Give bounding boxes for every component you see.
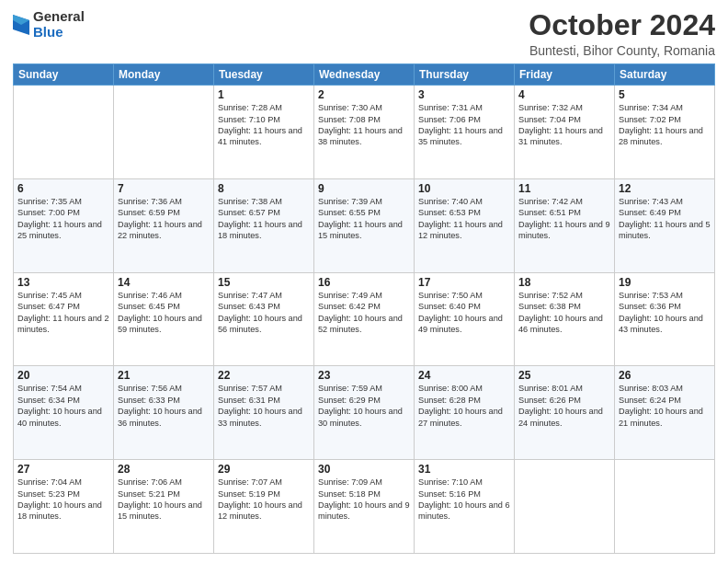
day-cell: 2Sunrise: 7:30 AM Sunset: 7:08 PM Daylig… xyxy=(314,86,415,179)
day-info: Sunrise: 7:45 AM Sunset: 6:47 PM Dayligh… xyxy=(17,290,109,336)
day-number: 24 xyxy=(418,369,510,382)
day-number: 20 xyxy=(17,369,109,382)
day-info: Sunrise: 7:47 AM Sunset: 6:43 PM Dayligh… xyxy=(218,290,310,336)
day-cell xyxy=(615,460,715,554)
day-number: 6 xyxy=(17,182,109,195)
day-cell: 15Sunrise: 7:47 AM Sunset: 6:43 PM Dayli… xyxy=(214,272,314,366)
col-header-friday: Friday xyxy=(515,64,615,86)
day-cell: 27Sunrise: 7:04 AM Sunset: 5:23 PM Dayli… xyxy=(14,460,114,554)
day-info: Sunrise: 8:01 AM Sunset: 6:26 PM Dayligh… xyxy=(518,383,610,429)
day-cell xyxy=(515,460,615,554)
col-header-thursday: Thursday xyxy=(415,64,515,86)
subtitle: Buntesti, Bihor County, Romania xyxy=(529,43,715,58)
day-cell: 11Sunrise: 7:42 AM Sunset: 6:51 PM Dayli… xyxy=(515,178,615,272)
header-row: SundayMondayTuesdayWednesdayThursdayFrid… xyxy=(14,64,715,86)
day-cell: 18Sunrise: 7:52 AM Sunset: 6:38 PM Dayli… xyxy=(515,272,615,366)
day-info: Sunrise: 7:36 AM Sunset: 6:59 PM Dayligh… xyxy=(118,196,210,242)
day-cell: 31Sunrise: 7:10 AM Sunset: 5:16 PM Dayli… xyxy=(415,460,515,554)
day-cell: 25Sunrise: 8:01 AM Sunset: 6:26 PM Dayli… xyxy=(515,366,615,460)
day-number: 27 xyxy=(17,463,109,476)
day-number: 13 xyxy=(17,276,109,289)
day-number: 21 xyxy=(118,369,210,382)
day-info: Sunrise: 7:52 AM Sunset: 6:38 PM Dayligh… xyxy=(518,290,610,336)
day-number: 29 xyxy=(218,463,310,476)
day-cell: 6Sunrise: 7:35 AM Sunset: 7:00 PM Daylig… xyxy=(14,178,114,272)
week-row-3: 13Sunrise: 7:45 AM Sunset: 6:47 PM Dayli… xyxy=(14,272,715,366)
day-info: Sunrise: 7:43 AM Sunset: 6:49 PM Dayligh… xyxy=(619,196,711,242)
day-number: 16 xyxy=(318,276,410,289)
week-row-4: 20Sunrise: 7:54 AM Sunset: 6:34 PM Dayli… xyxy=(14,366,715,460)
logo-blue-text: Blue xyxy=(33,25,85,40)
day-info: Sunrise: 7:04 AM Sunset: 5:23 PM Dayligh… xyxy=(17,477,109,523)
day-info: Sunrise: 7:54 AM Sunset: 6:34 PM Dayligh… xyxy=(17,383,109,429)
col-header-saturday: Saturday xyxy=(615,64,715,86)
day-number: 4 xyxy=(518,88,610,101)
day-number: 14 xyxy=(118,276,210,289)
day-number: 30 xyxy=(318,463,410,476)
day-cell: 16Sunrise: 7:49 AM Sunset: 6:42 PM Dayli… xyxy=(314,272,415,366)
day-cell: 13Sunrise: 7:45 AM Sunset: 6:47 PM Dayli… xyxy=(14,272,114,366)
page: General Blue October 2024 Buntesti, Biho… xyxy=(0,0,728,563)
day-info: Sunrise: 7:35 AM Sunset: 7:00 PM Dayligh… xyxy=(17,196,109,242)
logo: General Blue xyxy=(13,9,85,40)
day-cell: 17Sunrise: 7:50 AM Sunset: 6:40 PM Dayli… xyxy=(415,272,515,366)
day-number: 28 xyxy=(118,463,210,476)
day-cell: 1Sunrise: 7:28 AM Sunset: 7:10 PM Daylig… xyxy=(214,86,314,179)
calendar: SundayMondayTuesdayWednesdayThursdayFrid… xyxy=(13,63,715,554)
day-number: 23 xyxy=(318,369,410,382)
day-info: Sunrise: 8:03 AM Sunset: 6:24 PM Dayligh… xyxy=(619,383,711,429)
title-block: October 2024 Buntesti, Bihor County, Rom… xyxy=(529,9,715,58)
day-info: Sunrise: 7:09 AM Sunset: 5:18 PM Dayligh… xyxy=(318,477,410,523)
logo-general-text: General xyxy=(33,9,85,25)
day-info: Sunrise: 7:07 AM Sunset: 5:19 PM Dayligh… xyxy=(218,477,310,523)
day-number: 26 xyxy=(619,369,711,382)
day-cell: 24Sunrise: 8:00 AM Sunset: 6:28 PM Dayli… xyxy=(415,366,515,460)
day-number: 25 xyxy=(518,369,610,382)
day-cell: 3Sunrise: 7:31 AM Sunset: 7:06 PM Daylig… xyxy=(415,86,515,179)
day-cell: 28Sunrise: 7:06 AM Sunset: 5:21 PM Dayli… xyxy=(114,460,214,554)
day-info: Sunrise: 7:53 AM Sunset: 6:36 PM Dayligh… xyxy=(619,290,711,336)
day-cell: 30Sunrise: 7:09 AM Sunset: 5:18 PM Dayli… xyxy=(314,460,415,554)
day-cell: 8Sunrise: 7:38 AM Sunset: 6:57 PM Daylig… xyxy=(214,178,314,272)
day-info: Sunrise: 7:10 AM Sunset: 5:16 PM Dayligh… xyxy=(418,477,510,523)
day-cell: 5Sunrise: 7:34 AM Sunset: 7:02 PM Daylig… xyxy=(615,86,715,179)
day-number: 19 xyxy=(619,276,711,289)
col-header-monday: Monday xyxy=(114,64,214,86)
day-info: Sunrise: 7:42 AM Sunset: 6:51 PM Dayligh… xyxy=(518,196,610,242)
day-info: Sunrise: 7:40 AM Sunset: 6:53 PM Dayligh… xyxy=(418,196,510,242)
header: General Blue October 2024 Buntesti, Biho… xyxy=(13,9,715,58)
day-number: 10 xyxy=(418,182,510,195)
day-info: Sunrise: 7:57 AM Sunset: 6:31 PM Dayligh… xyxy=(218,383,310,429)
col-header-tuesday: Tuesday xyxy=(214,64,314,86)
day-cell: 12Sunrise: 7:43 AM Sunset: 6:49 PM Dayli… xyxy=(615,178,715,272)
day-info: Sunrise: 7:49 AM Sunset: 6:42 PM Dayligh… xyxy=(318,290,410,336)
week-row-5: 27Sunrise: 7:04 AM Sunset: 5:23 PM Dayli… xyxy=(14,460,715,554)
day-info: Sunrise: 8:00 AM Sunset: 6:28 PM Dayligh… xyxy=(418,383,510,429)
day-number: 22 xyxy=(218,369,310,382)
day-info: Sunrise: 7:59 AM Sunset: 6:29 PM Dayligh… xyxy=(318,383,410,429)
day-info: Sunrise: 7:30 AM Sunset: 7:08 PM Dayligh… xyxy=(318,102,410,148)
logo-text: General Blue xyxy=(33,9,85,40)
day-info: Sunrise: 7:39 AM Sunset: 6:55 PM Dayligh… xyxy=(318,196,410,242)
day-number: 1 xyxy=(218,88,310,101)
day-number: 18 xyxy=(518,276,610,289)
day-cell: 22Sunrise: 7:57 AM Sunset: 6:31 PM Dayli… xyxy=(214,366,314,460)
day-cell: 14Sunrise: 7:46 AM Sunset: 6:45 PM Dayli… xyxy=(114,272,214,366)
day-cell: 26Sunrise: 8:03 AM Sunset: 6:24 PM Dayli… xyxy=(615,366,715,460)
day-number: 7 xyxy=(118,182,210,195)
day-number: 31 xyxy=(418,463,510,476)
day-number: 3 xyxy=(418,88,510,101)
day-info: Sunrise: 7:34 AM Sunset: 7:02 PM Dayligh… xyxy=(619,102,711,148)
week-row-1: 1Sunrise: 7:28 AM Sunset: 7:10 PM Daylig… xyxy=(14,86,715,179)
day-number: 17 xyxy=(418,276,510,289)
day-cell: 10Sunrise: 7:40 AM Sunset: 6:53 PM Dayli… xyxy=(415,178,515,272)
day-info: Sunrise: 7:38 AM Sunset: 6:57 PM Dayligh… xyxy=(218,196,310,242)
day-number: 5 xyxy=(619,88,711,101)
day-cell: 19Sunrise: 7:53 AM Sunset: 6:36 PM Dayli… xyxy=(615,272,715,366)
day-number: 11 xyxy=(518,182,610,195)
day-number: 8 xyxy=(218,182,310,195)
day-info: Sunrise: 7:50 AM Sunset: 6:40 PM Dayligh… xyxy=(418,290,510,336)
day-info: Sunrise: 7:06 AM Sunset: 5:21 PM Dayligh… xyxy=(118,477,210,523)
logo-icon xyxy=(13,15,29,35)
day-info: Sunrise: 7:56 AM Sunset: 6:33 PM Dayligh… xyxy=(118,383,210,429)
